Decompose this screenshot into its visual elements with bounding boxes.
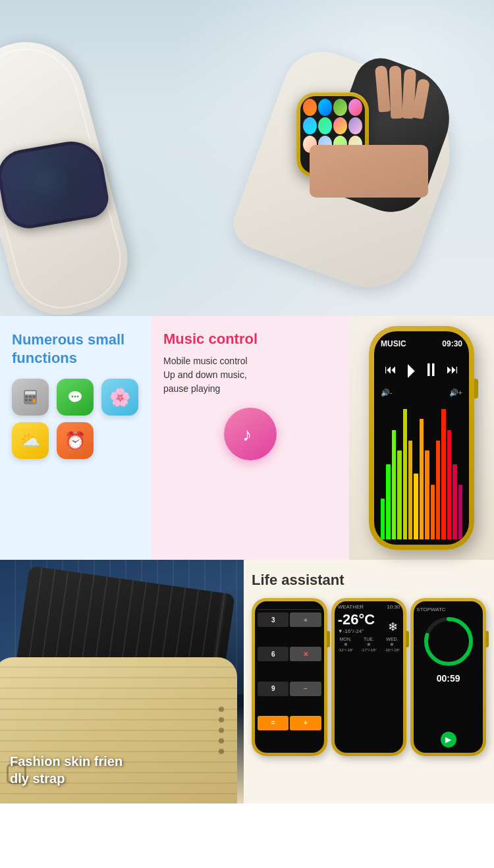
music-watch-screen: MUSIC 09:30 ⏮ ⏵⏸ ⏭ 🔊- 🔊+ <box>374 331 469 545</box>
music-label: MUSIC <box>381 339 406 348</box>
svg-point-10 <box>72 396 74 398</box>
mon-icon: ❄ <box>344 642 348 647</box>
stopwatch-time: 00:59 <box>437 673 460 684</box>
calc-div: ÷ <box>290 612 321 627</box>
music-panel: Music control Mobile music controlUp and… <box>151 316 349 560</box>
hand-fingers <box>310 66 428 198</box>
weather-header: WEATHER 10:30 <box>338 604 400 610</box>
music-controls: ⏮ ⏵⏸ ⏭ <box>381 359 462 381</box>
message-icon <box>57 379 94 416</box>
watch-screenshots: 3 ÷ 6 ✕ 9 − = + <box>252 598 486 792</box>
calc-grid: 3 ÷ 6 ✕ 9 − = + <box>258 612 321 749</box>
svg-rect-3 <box>29 396 32 398</box>
stopwatch-watch-screen: STOPWATC 00:59 ▶ <box>414 601 483 753</box>
weather-icon: ⛅ <box>12 422 49 459</box>
weather-icon: ❄ <box>388 620 398 634</box>
hole-2 <box>219 717 224 722</box>
stopwatch-header: STOPWATC <box>416 607 480 612</box>
tue-label: TUE. <box>364 637 374 641</box>
tue-icon: ❄ <box>367 642 371 647</box>
wed-range: -16°/-18° <box>385 648 400 652</box>
calc-add: + <box>290 716 321 730</box>
tue-range: -17°/-18° <box>361 648 377 652</box>
functions-row-1: 🌸 <box>12 379 140 416</box>
hole-4 <box>219 738 224 744</box>
functions-row-2: ⛅ ⏰ <box>12 422 140 459</box>
volume-row: 🔊- 🔊+ <box>381 389 462 397</box>
music-watch-device: MUSIC 09:30 ⏮ ⏵⏸ ⏭ 🔊- 🔊+ <box>369 326 474 550</box>
strap-holes <box>219 707 224 754</box>
weather-screen-content: WEATHER 10:30 -26°C ❄ ▼-16°/-24° MON. ❄ … <box>335 601 404 753</box>
mon-label: MON. <box>339 637 351 641</box>
calc-6: 6 <box>258 647 288 661</box>
vol-up-icon: 🔊+ <box>449 389 462 397</box>
music-note-container: ♪ <box>163 408 337 460</box>
equalizer <box>381 402 462 539</box>
svg-point-11 <box>74 396 76 398</box>
life-panel: Life assistant 3 ÷ 6 ✕ 9 − <box>244 560 494 803</box>
stopwatch-watch: STOPWATC 00:59 ▶ <box>410 598 486 756</box>
music-watch-header: MUSIC 09:30 <box>381 339 462 348</box>
music-time: 09:30 <box>442 339 462 348</box>
vol-down-icon: 🔊- <box>381 389 393 397</box>
weather-watch-screen: WEATHER 10:30 -26°C ❄ ▼-16°/-24° MON. ❄ … <box>335 601 404 753</box>
hole-5 <box>219 749 224 754</box>
calc-display <box>258 605 321 610</box>
hole-1 <box>219 707 224 712</box>
music-description: Mobile music controlUp and down music,pa… <box>163 354 337 396</box>
stopwatch-circle <box>422 615 475 668</box>
strap-text-area: Fashion skin friendly strap <box>10 753 123 787</box>
weather-watch: WEATHER 10:30 -26°C ❄ ▼-16°/-24° MON. ❄ … <box>331 598 407 756</box>
music-watch-panel: MUSIC 09:30 ⏮ ⏵⏸ ⏭ 🔊- 🔊+ <box>349 316 494 560</box>
svg-rect-4 <box>33 396 36 398</box>
wed-label: WED. <box>386 637 398 641</box>
svg-point-12 <box>77 396 79 398</box>
stopwatch-play-button[interactable]: ▶ <box>441 732 456 747</box>
life-title: Life assistant <box>252 572 486 589</box>
svg-rect-1 <box>25 391 36 394</box>
weather-wed: WED. ❄ -16°/-18° <box>385 637 400 652</box>
hole-3 <box>219 728 224 733</box>
svg-rect-2 <box>25 396 28 398</box>
weather-time: 10:30 <box>387 604 400 610</box>
music-title: Music control <box>163 331 337 348</box>
features-section: Numerous small functions <box>0 316 494 560</box>
alarm-icon: ⏰ <box>57 422 94 459</box>
weather-days: MON. ❄ -12°/-18° TUE. ❄ -17°/-18° WED. <box>338 637 400 652</box>
hero-section <box>0 0 494 316</box>
calc-mul: ✕ <box>290 647 321 661</box>
svg-rect-6 <box>29 399 32 401</box>
weather-label: WEATHER <box>338 604 364 610</box>
mon-range: -12°/-18° <box>338 648 354 652</box>
calc-equal: = <box>258 716 288 730</box>
calc-3: 3 <box>258 612 288 627</box>
calc-watch: 3 ÷ 6 ✕ 9 − = + <box>252 598 327 756</box>
rewind-icon: ⏮ <box>385 363 397 377</box>
calc-screen-content: 3 ÷ 6 ✕ 9 − = + <box>255 601 324 753</box>
svg-rect-5 <box>25 399 28 401</box>
weather-mon: MON. ❄ -12°/-18° <box>338 637 354 652</box>
weather-tue: TUE. ❄ -17°/-18° <box>361 637 377 652</box>
strap-panel: Fashion skin friendly strap <box>0 560 244 803</box>
wed-icon: ❄ <box>390 642 394 647</box>
svg-rect-7 <box>33 399 36 403</box>
play-pause-icon: ⏵⏸ <box>403 359 440 381</box>
calculator-icon <box>12 379 49 416</box>
bottom-section: Fashion skin friendly strap Life assista… <box>0 560 494 803</box>
flower-icon: 🌸 <box>101 379 138 416</box>
hero-background <box>0 0 494 316</box>
strap-title: Fashion skin friendly strap <box>10 753 123 787</box>
functions-title: Numerous small functions <box>12 331 140 367</box>
stopwatch-screen-content: STOPWATC 00:59 ▶ <box>414 601 483 753</box>
calc-watch-screen: 3 ÷ 6 ✕ 9 − = + <box>255 601 324 753</box>
svg-text:♪: ♪ <box>242 424 252 445</box>
functions-panel: Numerous small functions <box>0 316 151 560</box>
forward-icon: ⏭ <box>447 363 458 377</box>
functions-icons: 🌸 ⛅ ⏰ <box>12 379 140 459</box>
calc-9: 9 <box>258 682 288 696</box>
calc-sub: − <box>290 682 321 696</box>
music-note-icon: ♪ <box>224 408 277 460</box>
